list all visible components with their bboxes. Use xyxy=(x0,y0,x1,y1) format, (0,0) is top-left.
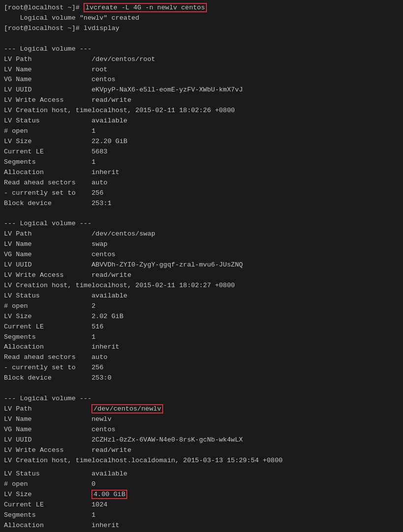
kv-key: LV Size xyxy=(4,491,91,498)
terminal-line-49: Current LE 1024 xyxy=(4,500,399,510)
terminal-line-33: Allocation inherit xyxy=(4,342,399,353)
kv-value: available xyxy=(91,292,127,299)
terminal-line-1: Logical volume "newlv" created xyxy=(4,13,399,24)
terminal-line-8: LV UUID eKVpyP-NaX6-e5ll-eomE-yzFV-XWbU-… xyxy=(4,85,399,95)
terminal-line-27: LV Creation host, timelocalhost, 2015-02… xyxy=(4,281,399,291)
kv-key: Segments xyxy=(4,511,91,519)
terminal-line-25: LV UUID ABVVDh-ZYI0-ZygY-ggqf-zral-mvu6-… xyxy=(4,260,399,270)
terminal-line-2: [root@localhost ~]# lvdisplay xyxy=(4,24,399,34)
terminal-line-15: Segments 1 xyxy=(4,157,399,168)
kv-value: 5683 xyxy=(91,148,107,155)
kv-key: Current LE xyxy=(4,501,91,508)
kv-key: LV Status xyxy=(4,292,91,299)
kv-key: LV Write Access xyxy=(4,271,91,279)
kv-value: centos xyxy=(91,426,115,433)
terminal-line-19: Block device 253:1 xyxy=(4,199,399,209)
kv-value: 2 xyxy=(91,302,95,310)
terminal-line-41: VG Name centos xyxy=(4,425,399,435)
kv-value: read/write xyxy=(91,271,131,279)
kv-key: LV Creation host, time xyxy=(4,282,91,289)
kv-value: auto xyxy=(91,354,107,361)
kv-value: root xyxy=(91,66,107,73)
kv-value: 256 xyxy=(91,189,103,197)
terminal-line-20 xyxy=(4,208,399,219)
terminal: [root@localhost ~]# lvcreate -L 4G -n ne… xyxy=(4,3,399,532)
terminal-line-30: LV Size 2.02 GiB xyxy=(4,312,399,322)
kv-value: /dev/centos/root xyxy=(91,56,155,63)
terminal-line-31: Current LE 516 xyxy=(4,322,399,332)
terminal-line-6: LV Name root xyxy=(4,65,399,75)
kv-value: 1 xyxy=(91,158,95,166)
kv-value: 1024 xyxy=(91,501,107,508)
terminal-line-48: LV Size 4.00 GiB xyxy=(4,490,399,500)
kv-value: 253:1 xyxy=(91,200,112,207)
terminal-line-43: LV Write Access read/write xyxy=(4,445,399,456)
terminal-line-3 xyxy=(4,34,399,44)
kv-key: VG Name xyxy=(4,251,91,258)
kv-value: available xyxy=(91,470,127,477)
kv-key: Current LE xyxy=(4,323,91,330)
kv-value: 0 xyxy=(91,480,95,488)
command: lvdisplay xyxy=(84,25,119,32)
kv-value: 4.00 GiB xyxy=(91,490,127,499)
kv-key: Segments xyxy=(4,158,91,166)
terminal-line-21: --- Logical volume --- xyxy=(4,219,399,229)
kv-key: LV Status xyxy=(4,117,91,124)
kv-key: LV Name xyxy=(4,240,91,248)
kv-value: 1 xyxy=(91,127,95,135)
kv-value: 22.20 GiB xyxy=(91,138,127,145)
terminal-line-26: LV Write Access read/write xyxy=(4,270,399,281)
kv-key: LV UUID xyxy=(4,86,91,93)
terminal-line-40: LV Name newlv xyxy=(4,414,399,425)
terminal-line-7: VG Name centos xyxy=(4,75,399,85)
kv-value: read/write xyxy=(91,446,131,454)
kv-value: 256 xyxy=(91,364,103,371)
terminal-line-14: Current LE 5683 xyxy=(4,147,399,157)
kv-value: read/write xyxy=(91,96,131,104)
kv-key: Segments xyxy=(4,333,91,341)
terminal-line-47: # open 0 xyxy=(4,479,399,490)
terminal-line-9: LV Write Access read/write xyxy=(4,95,399,106)
terminal-line-13: LV Size 22.20 GiB xyxy=(4,137,399,147)
kv-value: 1 xyxy=(91,333,95,341)
kv-key: LV UUID xyxy=(4,261,91,268)
kv-value: localhost, 2015-02-11 18:02:26 +0800 xyxy=(91,107,235,114)
kv-key: Allocation xyxy=(4,169,91,176)
kv-key: VG Name xyxy=(4,426,91,433)
kv-value: 1 xyxy=(91,511,95,519)
kv-key: LV Creation host, time xyxy=(4,107,91,114)
terminal-line-11: LV Status available xyxy=(4,116,399,126)
kv-key: LV Path xyxy=(4,405,91,413)
terminal-line-38: --- Logical volume --- xyxy=(4,394,399,404)
prompt: [root@localhost ~]# xyxy=(4,25,84,32)
terminal-line-36: Block device 253:0 xyxy=(4,373,399,384)
kv-value: eKVpyP-NaX6-e5ll-eomE-yzFV-XWbU-kmX7vJ xyxy=(91,86,243,93)
kv-value: centos xyxy=(91,251,115,258)
kv-value: inherit xyxy=(91,522,119,529)
kv-key: LV Size xyxy=(4,138,91,145)
kv-key: # open xyxy=(4,127,91,135)
kv-key: Block device xyxy=(4,200,91,207)
kv-value: /dev/centos/swap xyxy=(91,230,155,237)
kv-value: localhost.localdomain, 2015-03-13 15:29:… xyxy=(91,457,283,464)
kv-value: auto xyxy=(91,179,107,186)
terminal-line-16: Allocation inherit xyxy=(4,168,399,178)
kv-key: # open xyxy=(4,302,91,310)
terminal-line-32: Segments 1 xyxy=(4,332,399,343)
terminal-line-46: LV Status available xyxy=(4,469,399,479)
terminal-line-12: # open 1 xyxy=(4,126,399,137)
kv-key: Read ahead sectors xyxy=(4,179,91,186)
terminal-line-35: - currently set to 256 xyxy=(4,363,399,373)
kv-value: newlv xyxy=(91,415,112,423)
kv-key: LV Status xyxy=(4,470,91,477)
kv-key: LV Name xyxy=(4,66,91,73)
kv-key: LV Path xyxy=(4,230,91,237)
terminal-line-42: LV UUID 2CZHzl-0zZx-6VAW-N4e0-8rsK-gcNb-… xyxy=(4,435,399,445)
kv-key: VG Name xyxy=(4,76,91,83)
kv-value: inherit xyxy=(91,169,119,176)
terminal-line-28: LV Status available xyxy=(4,291,399,301)
kv-key: - currently set to xyxy=(4,189,91,197)
terminal-line-50: Segments 1 xyxy=(4,510,399,521)
kv-value: 2CZHzl-0zZx-6VAW-N4e0-8rsK-gcNb-wk4wLX xyxy=(91,436,243,443)
kv-key: - currently set to xyxy=(4,364,91,371)
